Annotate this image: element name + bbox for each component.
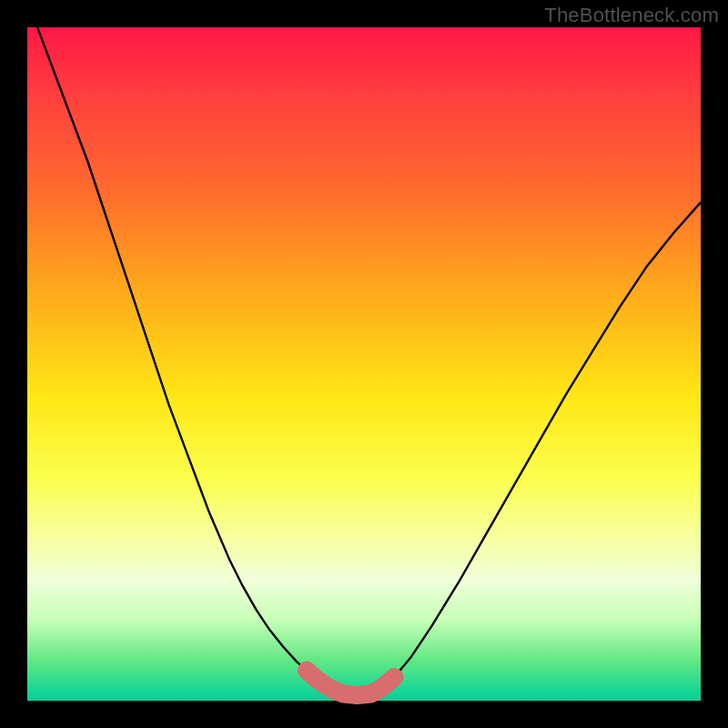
- watermark-text: TheBottleneck.com: [544, 4, 719, 27]
- chart-frame: TheBottleneck.com: [0, 0, 728, 728]
- plot-area: [27, 27, 701, 701]
- marker-dot: [308, 670, 326, 688]
- bottleneck-curve: [27, 0, 701, 695]
- curve-markers: [298, 662, 394, 695]
- plot-svg: [27, 27, 701, 701]
